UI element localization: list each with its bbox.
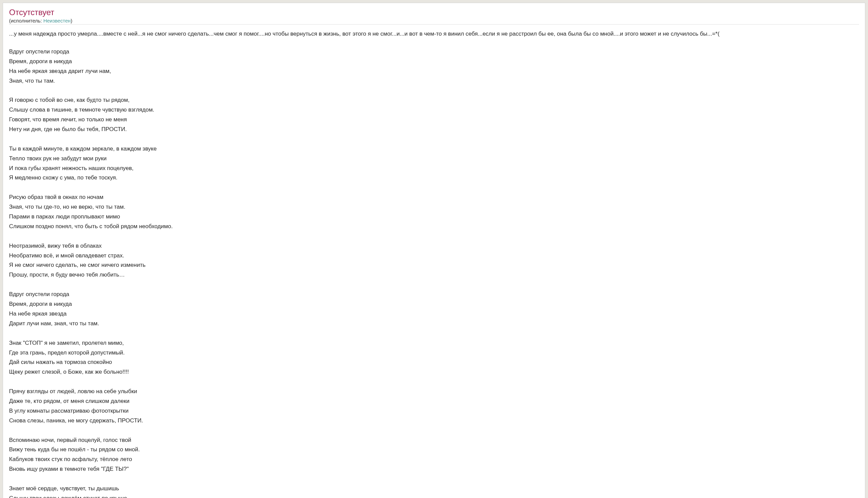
artist-link[interactable]: Неизвестен [43, 18, 70, 24]
lyrics-body: Вдруг опустели города Время, дороги в ни… [9, 47, 859, 498]
content-container: Отсутствует (исполнитель: Неизвестен) ..… [3, 3, 865, 498]
meta-suffix: ) [70, 18, 72, 24]
artist-meta: (исполнитель: Неизвестен) [9, 18, 859, 25]
page-title: Отсутствует [9, 8, 859, 17]
meta-prefix: (исполнитель: [9, 18, 43, 24]
quote-text: ...у меня надежда просто умерла....вмест… [9, 29, 859, 39]
